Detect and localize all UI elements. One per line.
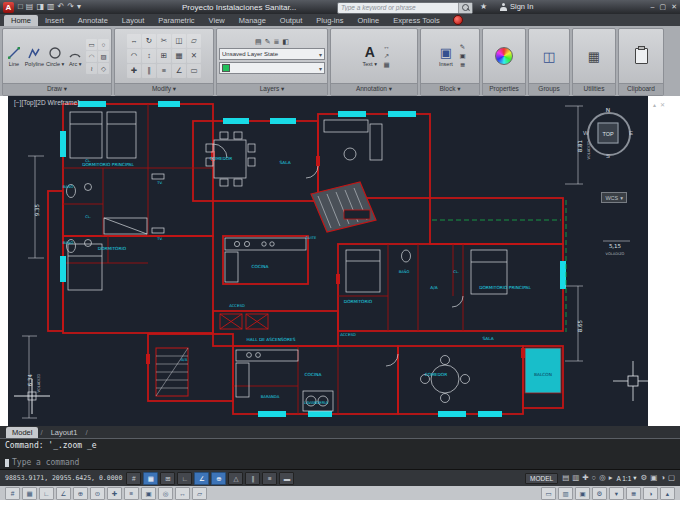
- osnap2-icon[interactable]: ⊕: [73, 487, 88, 500]
- measure-icon[interactable]: ▦: [588, 49, 600, 64]
- viewcube[interactable]: N S W E TOP: [584, 109, 632, 157]
- panel-label-utilities[interactable]: Utilities: [573, 83, 615, 95]
- otrack-icon[interactable]: △: [228, 472, 243, 485]
- viewcube-west[interactable]: W: [583, 130, 589, 136]
- save-icon[interactable]: ◨: [36, 2, 44, 12]
- ducs-icon[interactable]: ∥: [245, 472, 260, 485]
- leader-icon[interactable]: ↗: [383, 52, 390, 60]
- close-icon[interactable]: ✕: [671, 2, 677, 12]
- plot-icon[interactable]: ▥: [47, 2, 55, 12]
- chamfer-icon[interactable]: ∠: [172, 64, 186, 78]
- annot2-icon[interactable]: ▣: [575, 487, 590, 500]
- quick-view-layouts-icon[interactable]: ▤: [562, 472, 569, 484]
- units-icon[interactable]: ▱: [192, 487, 207, 500]
- menu-icon[interactable]: ▾: [609, 487, 624, 500]
- viewport-controls[interactable]: [−][Top][2D Wireframe]: [14, 99, 79, 106]
- edit-block-icon[interactable]: ✎: [459, 43, 465, 51]
- qat-dropdown-icon[interactable]: ▾: [77, 2, 81, 12]
- model-tab[interactable]: Model: [6, 427, 38, 438]
- tab-express-tools[interactable]: Express Tools: [386, 15, 447, 26]
- quick-view-drawings-icon[interactable]: ▥: [572, 472, 579, 484]
- define-attributes-icon[interactable]: ▣: [459, 52, 465, 60]
- tab-insert[interactable]: Insert: [38, 15, 71, 26]
- rotate-icon[interactable]: ↻: [142, 34, 156, 48]
- polar2-icon[interactable]: ∠: [56, 487, 71, 500]
- model-space-button[interactable]: MODEL: [525, 473, 558, 484]
- rectangle-icon[interactable]: ▭: [86, 39, 97, 50]
- model-layout-icon[interactable]: ▭: [541, 487, 556, 500]
- app-menu-button[interactable]: A: [3, 2, 14, 13]
- steering-wheel-icon[interactable]: ◎: [599, 472, 606, 484]
- properties-color-wheel-icon[interactable]: [495, 47, 513, 65]
- panel-label-block[interactable]: Block ▾: [421, 83, 479, 95]
- show-motion-icon[interactable]: ▸: [609, 472, 613, 484]
- layer-isolate-icon[interactable]: ◧: [282, 38, 289, 46]
- offset-icon[interactable]: ∥: [142, 64, 156, 78]
- record-button-icon[interactable]: [453, 15, 463, 25]
- ortho-icon[interactable]: ∟: [177, 472, 192, 485]
- dyn-icon[interactable]: ≡: [262, 472, 277, 485]
- lwt-icon[interactable]: ▬: [279, 472, 294, 485]
- layer-list-icon[interactable]: ≣: [274, 38, 280, 46]
- dimension-icon[interactable]: ↔: [383, 43, 390, 51]
- stretch-icon[interactable]: ↕: [142, 49, 156, 63]
- gizmo-icon[interactable]: ↔: [175, 487, 190, 500]
- dyn2-icon[interactable]: ✚: [107, 487, 122, 500]
- settings-icon[interactable]: ⚙: [592, 487, 607, 500]
- panel-label-groups[interactable]: Groups: [529, 83, 569, 95]
- cleanscreen-icon[interactable]: ▢: [668, 472, 675, 484]
- zoom-icon[interactable]: ○: [592, 472, 597, 484]
- quick-view2-icon[interactable]: ▥: [558, 487, 573, 500]
- snap-icon[interactable]: ▦: [143, 472, 158, 485]
- tab-home[interactable]: Home: [4, 15, 38, 26]
- search-placeholder[interactable]: Type a keyword or phrase: [338, 4, 458, 11]
- ortho2-icon[interactable]: ∟: [39, 487, 54, 500]
- clipboard-icon[interactable]: [635, 48, 648, 64]
- block-list-icon[interactable]: ≣: [459, 61, 465, 69]
- extend-icon[interactable]: ≡: [157, 64, 171, 78]
- polyline-tool[interactable]: Polyline: [25, 46, 44, 67]
- scale-icon[interactable]: ⊞: [157, 49, 171, 63]
- maximize-icon[interactable]: ▢: [660, 2, 667, 12]
- polygon-icon[interactable]: ◇: [98, 63, 109, 74]
- drawing-canvas[interactable]: DORMITORIO PRINCIPALCOMEDORSALADORMITORI…: [8, 96, 648, 426]
- move-icon[interactable]: ↔: [127, 34, 141, 48]
- command-input[interactable]: Type a command: [5, 458, 675, 468]
- undo-icon[interactable]: ↶: [58, 2, 65, 12]
- explode-icon[interactable]: ✚: [127, 64, 141, 78]
- layout1-tab[interactable]: Layout1: [45, 427, 84, 438]
- break-icon[interactable]: ▭: [187, 64, 201, 78]
- layer-state-dropdown[interactable]: Unsaved Layer State ▾: [219, 48, 325, 60]
- osnap-icon[interactable]: ⊕: [211, 472, 226, 485]
- group-icon[interactable]: ◫: [543, 49, 555, 64]
- mirror-icon[interactable]: ▱: [187, 34, 201, 48]
- tab-output[interactable]: Output: [273, 15, 310, 26]
- insert-tool[interactable]: ▣ Insert: [434, 45, 457, 67]
- command-window[interactable]: Command: '_.zoom _e Type a command: [0, 438, 680, 470]
- scroll-up-icon[interactable]: ▴: [653, 101, 656, 108]
- panel-label-modify[interactable]: Modify ▾: [115, 83, 213, 95]
- panel-label-clipboard[interactable]: Clipboard: [619, 83, 663, 95]
- search-box[interactable]: Type a keyword or phrase: [337, 2, 473, 14]
- workspace-icon[interactable]: ⚙: [641, 472, 648, 484]
- trim-icon[interactable]: ✂: [157, 34, 171, 48]
- text-tool[interactable]: A Text ▾: [358, 45, 381, 67]
- erase-icon[interactable]: ✕: [187, 49, 201, 63]
- annotation-scale[interactable]: A 1:1 ▾: [616, 474, 636, 482]
- panel-label-draw[interactable]: Draw ▾: [3, 83, 111, 95]
- tab-plug-ins[interactable]: Plug-ins: [309, 15, 350, 26]
- fillet-icon[interactable]: ◠: [127, 49, 141, 63]
- new-icon[interactable]: □: [18, 2, 23, 12]
- close-small-icon[interactable]: ✕: [660, 101, 665, 108]
- viewcube-east[interactable]: E: [629, 130, 633, 136]
- viewcube-south[interactable]: S: [606, 153, 610, 159]
- toolbar-lock-icon[interactable]: ▣: [650, 472, 657, 484]
- tab-layout[interactable]: Layout: [115, 15, 152, 26]
- array-icon[interactable]: ▦: [172, 49, 186, 63]
- lwt2-icon[interactable]: ≡: [124, 487, 139, 500]
- viewcube-north[interactable]: N: [606, 107, 610, 113]
- perf-icon[interactable]: ◑: [660, 472, 665, 484]
- selection-icon[interactable]: ◎: [158, 487, 173, 500]
- tab-manage[interactable]: Manage: [232, 15, 273, 26]
- transparency-icon[interactable]: ▣: [141, 487, 156, 500]
